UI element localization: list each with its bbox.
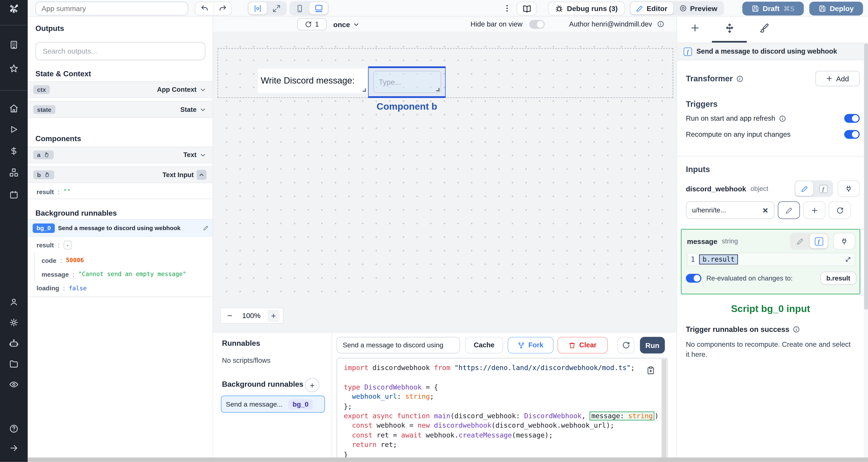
app-summary-input[interactable] [35,2,188,15]
tab-add-component[interactable] [690,23,700,33]
copilot-paste-icon[interactable] [647,366,655,374]
clear-x-icon[interactable]: ✕ [762,206,768,214]
undo-button[interactable] [195,2,214,15]
schedules-icon[interactable] [9,190,18,199]
reload-code-button[interactable] [617,337,634,354]
runnables-title: Runnables [222,339,260,348]
input-mode-group: f [790,233,829,250]
add-transformer-button[interactable]: Add [815,71,860,86]
tab-editor[interactable]: Editor [630,2,673,14]
static-edit-mode-button[interactable] [791,234,809,249]
zoom-out-button[interactable]: − [224,310,235,321]
hide-bar-toggle[interactable] [529,20,545,29]
run-on-start-toggle[interactable] [844,114,860,123]
cache-button[interactable]: Cache [465,337,503,354]
horizontal-scrollbar[interactable] [28,457,868,462]
workspace-icon[interactable] [9,40,19,50]
resource-picker[interactable]: u/henri/te... ✕ [686,201,775,219]
workers-icon[interactable] [9,339,19,348]
clear-button[interactable]: Clear [557,337,608,354]
fullwidth-layout-button[interactable] [268,2,286,14]
recompute-toggle[interactable] [844,130,860,139]
favorites-star-icon[interactable] [9,64,19,73]
docs-book-button[interactable] [517,2,537,15]
eval-mode-button[interactable]: f [814,182,832,196]
state-badge: state [33,105,55,114]
mobile-view-button[interactable] [290,2,309,14]
reload-resource-button[interactable] [829,201,851,219]
chevron-down-icon [353,21,360,28]
refresh-mode-dropdown[interactable]: once [333,18,360,31]
runs-icon[interactable] [9,125,18,134]
resources-icon[interactable] [9,168,19,177]
bg0-row[interactable]: bg_0 Send a message to discord using web… [28,219,213,237]
output-row-ctx[interactable]: ctx App Context [28,81,213,98]
folders-icon[interactable] [9,359,19,369]
search-outputs-input[interactable] [35,42,205,60]
zoom-in-button[interactable]: + [268,309,280,322]
eval-mode-button[interactable]: f [810,234,828,249]
desktop-view-button[interactable] [309,2,328,14]
help-icon[interactable] [9,424,19,433]
hand-pointer-icon [43,171,50,178]
collapse-value-button[interactable]: - [63,240,72,250]
expand-icon[interactable] [845,256,851,263]
static-edit-mode-button[interactable] [796,182,813,196]
text-input-component[interactable]: Type... [373,71,441,93]
runnables-empty-text: No scripts/flows [222,357,271,365]
component-b-selected[interactable]: Type... [368,66,446,98]
connect-plug-button[interactable] [833,233,855,250]
fork-button[interactable]: Fork [507,337,554,354]
resize-handle[interactable] [363,89,366,92]
resize-handle[interactable] [436,88,440,91]
triggers-title: Triggers [686,100,718,108]
tab-styling[interactable] [760,23,769,33]
collapse-chevron-up-icon[interactable] [196,170,207,180]
variables-icon[interactable] [9,146,18,156]
add-resource-button[interactable] [803,201,826,219]
scrollbar-thumb[interactable] [864,43,868,310]
more-options-kebab-icon[interactable] [503,4,512,15]
audit-eye-icon[interactable] [9,380,19,389]
git-fork-icon [518,341,525,349]
redo-button[interactable] [213,2,231,15]
edit-pencil-icon[interactable] [203,225,209,231]
users-icon[interactable] [9,298,18,306]
reeval-target-badge[interactable]: b.result [820,272,856,285]
component-a-text[interactable]: Write Discord message: [258,69,367,93]
chevron-down-icon[interactable] [199,106,207,113]
center-layout-button[interactable] [249,2,267,14]
tab-component-settings[interactable] [724,23,735,33]
reeval-toggle[interactable] [686,274,702,283]
runnable-header-title: Send a message to discord using webhook [696,47,837,56]
refresh-count-button[interactable]: 1 [297,18,327,31]
code-editor[interactable]: import discordwebhook from "https://deno… [337,358,668,462]
run-button[interactable]: Run [640,337,665,354]
tab-preview[interactable]: Preview [674,2,723,14]
output-row-state[interactable]: state State [28,101,213,118]
runnable-name-input[interactable] [337,337,460,354]
runnable-item-bg0[interactable]: Send a message... bg_0 [221,396,325,412]
editor-scrollbar[interactable] [661,359,666,462]
message-expression-editor[interactable]: 1 b.result [687,253,855,266]
chevron-down-icon[interactable] [199,86,207,93]
undo-redo-group [195,2,232,15]
trigger-label: Recompute on any input changes [686,131,790,138]
debug-runs-button[interactable]: Debug runs (3) [548,2,625,15]
bg0-code-row: code: 50006 [35,253,213,267]
info-icon [793,326,800,333]
edit-resource-button[interactable] [778,201,800,219]
add-background-runnable-button[interactable]: + [305,378,319,392]
component-row-a[interactable]: a Text [28,146,213,163]
draft-button[interactable]: Draft ⌘S [742,2,804,15]
connect-plug-button[interactable] [837,180,860,197]
collapse-arrow-icon[interactable] [9,444,18,453]
bg0-badge: bg_0 [33,223,55,233]
result-children: code: 50006 message: "Cannot send an emp… [34,253,213,281]
windmill-logo-icon[interactable] [8,3,19,16]
settings-gear-icon[interactable] [9,318,19,327]
deploy-button[interactable]: Deploy [809,2,863,15]
chevron-down-icon[interactable] [199,152,207,159]
home-icon[interactable] [9,104,19,113]
component-row-b[interactable]: b Text Input [28,166,213,183]
